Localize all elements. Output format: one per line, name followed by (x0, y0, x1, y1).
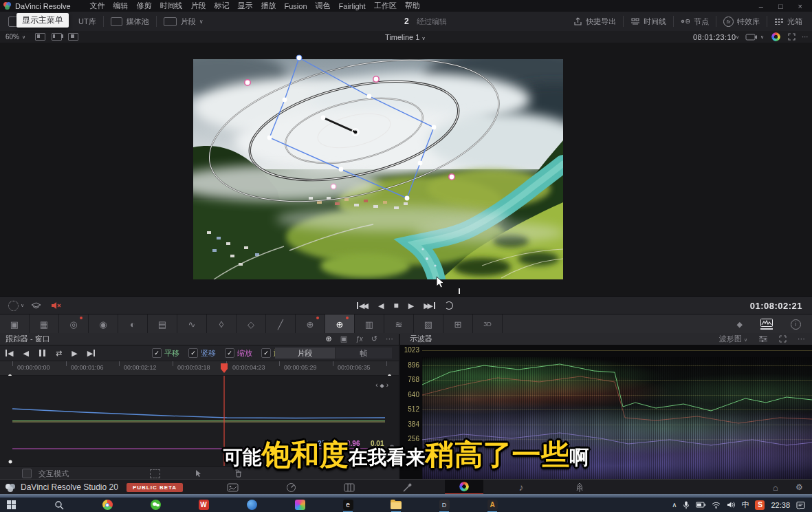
clock[interactable]: 22:38 (771, 501, 790, 509)
audio-muted-icon[interactable] (51, 301, 61, 310)
wifi-icon[interactable] (712, 502, 721, 509)
camera-raw-icon[interactable]: ▣ (0, 314, 30, 334)
menu-file[interactable]: 文件 (86, 1, 109, 11)
menu-playback[interactable]: 播放 (257, 1, 281, 11)
next-keyframe-icon[interactable]: › (386, 381, 391, 389)
menu-edit[interactable]: 编辑 (109, 1, 133, 11)
keyframe-icon[interactable]: ◆ (380, 383, 386, 389)
viewer-overlay-mode-icon[interactable] (8, 301, 19, 311)
output-device-icon[interactable] (745, 34, 758, 41)
sizing-icon[interactable]: ▦ (30, 314, 59, 334)
keyframes-panel-icon[interactable]: ◆ (737, 320, 743, 329)
rgb-mixer-icon[interactable]: ▤ (148, 314, 177, 334)
battery-icon[interactable] (696, 502, 705, 508)
media-pool-button[interactable]: 媒体池 (127, 17, 149, 27)
marquee-select-icon[interactable] (150, 469, 160, 478)
tracker-playhead[interactable] (220, 363, 228, 374)
chrome-icon[interactable] (102, 500, 113, 511)
tracker-timeline-ruler[interactable]: 00:00:00:00 00:00:01:06 00:00:02:12 00:0… (0, 361, 399, 376)
go-to-start-button[interactable]: ◀◀ (357, 301, 369, 310)
maximize-button[interactable]: □ (778, 2, 783, 10)
viewer-zoom-level[interactable]: 60% (6, 33, 19, 41)
tracker-options-icon[interactable]: ⋯ (386, 334, 393, 343)
sogou-input-icon[interactable]: S (755, 500, 765, 510)
checkbox-tilt[interactable]: ✓竖移 (188, 348, 216, 359)
checkbox-zoom[interactable]: ✓缩放 (225, 348, 252, 359)
menu-color[interactable]: 调色 (311, 1, 335, 11)
home-icon[interactable]: ⌂ (773, 482, 778, 493)
menu-workspace[interactable]: 工作区 (370, 1, 401, 11)
page-edit[interactable] (330, 480, 369, 495)
pointer-tool-icon[interactable] (195, 469, 203, 478)
effects-library-button[interactable]: 特效库 (737, 17, 760, 27)
settings-gear-icon[interactable]: ⚙ (795, 482, 803, 492)
tracker-cube-icon[interactable]: ▣ (340, 334, 347, 343)
viewer-scrub-tick[interactable] (459, 288, 460, 294)
eyedropper-icon[interactable]: ╱ (266, 314, 296, 334)
page-media[interactable] (213, 480, 252, 495)
notification-center-icon[interactable] (796, 501, 805, 509)
nodes-panel-button[interactable]: 节点 (694, 17, 709, 27)
lut-library-button[interactable]: UT库 (78, 17, 96, 27)
minimize-button[interactable]: – (759, 2, 763, 10)
timeline-name-dropdown[interactable]: Timeline 1 ∨ (385, 33, 426, 41)
quick-export-button[interactable]: 快捷导出 (586, 17, 616, 27)
checkbox-pan[interactable]: ✓平移 (152, 348, 179, 359)
track-one-frame-reverse-button[interactable]: ◀ (23, 349, 28, 358)
expand-viewer-icon[interactable] (788, 33, 795, 41)
scope-options-icon[interactable]: ⋯ (798, 334, 805, 343)
close-button[interactable]: × (798, 2, 802, 10)
file-explorer-icon[interactable] (391, 500, 402, 511)
lightbox-button[interactable]: 光箱 (787, 17, 802, 27)
delete-point-icon[interactable] (234, 469, 243, 478)
loop-button[interactable] (445, 301, 453, 310)
wps-icon[interactable]: W (198, 500, 209, 511)
track-one-frame-forward-button[interactable]: ▶ (72, 349, 77, 358)
swap-tracking-button[interactable]: ⇄ (56, 349, 62, 358)
menu-view[interactable]: 显示 (234, 1, 257, 11)
viewer-timecode[interactable]: 08:01:23:10 (693, 33, 736, 41)
tracker-fx-icon[interactable]: ƒx (355, 335, 363, 343)
color-match-icon[interactable]: ◐ (118, 314, 148, 334)
tracker-reset-icon[interactable]: ↺ (371, 334, 377, 343)
scopes-panel-icon-active[interactable] (760, 319, 773, 330)
page-deliver[interactable] (560, 480, 599, 495)
speaker-icon[interactable] (727, 501, 735, 509)
three-d-icon[interactable]: 3D (473, 314, 503, 334)
stop-button[interactable]: ■ (393, 301, 398, 310)
page-cut[interactable] (272, 480, 310, 495)
clips-button[interactable]: 片段 (181, 17, 196, 27)
tracker-crosshair-icon[interactable]: ⊕ (326, 334, 332, 343)
interactive-mode-checkbox[interactable] (22, 469, 32, 478)
menu-fairlight[interactable]: Fairlight (335, 2, 370, 10)
scope-settings-icon[interactable] (758, 335, 768, 343)
search-icon[interactable] (54, 500, 65, 511)
wipe-modes-icon[interactable] (31, 302, 41, 310)
ime-indicator[interactable]: 中 (741, 500, 749, 510)
tracker-icon[interactable]: ⊕ (296, 314, 325, 334)
pinwheel-app-icon[interactable] (294, 500, 305, 511)
play-forward-button[interactable]: ▶ (408, 301, 414, 310)
track-to-start-button[interactable]: ◀ (6, 349, 13, 358)
tracker-window-active-icon[interactable]: ⊕ (325, 314, 355, 334)
wechat-icon[interactable] (150, 500, 161, 511)
browser-icon[interactable] (246, 500, 257, 511)
capture-app-icon[interactable]: D (439, 500, 450, 511)
magic-mask-icon[interactable]: ▥ (355, 314, 384, 334)
tab-frame[interactable]: 帧 (336, 348, 392, 359)
page-fairlight[interactable]: ♪ (502, 480, 540, 495)
art-app-icon[interactable]: A (487, 500, 498, 511)
key-icon[interactable]: ▧ (414, 314, 443, 334)
pause-tracking-button[interactable] (39, 350, 46, 356)
tray-expand-icon[interactable]: ∧ (672, 501, 677, 509)
power-window-icon[interactable]: ◇ (237, 314, 266, 334)
stabilization-icon[interactable]: ⊞ (443, 314, 473, 334)
power-window-overlay[interactable] (192, 54, 564, 285)
menu-timeline[interactable]: 时间线 (156, 1, 187, 11)
color-viewer-icon[interactable] (771, 32, 780, 41)
hdr-wheels-icon[interactable]: ◉ (89, 314, 118, 334)
color-wheels-icon[interactable]: ◎ (59, 314, 89, 334)
track-to-end-button[interactable]: ▶ (87, 349, 95, 358)
tab-clip[interactable]: 片段 (275, 348, 335, 359)
editor-app-icon[interactable]: e (342, 500, 353, 511)
